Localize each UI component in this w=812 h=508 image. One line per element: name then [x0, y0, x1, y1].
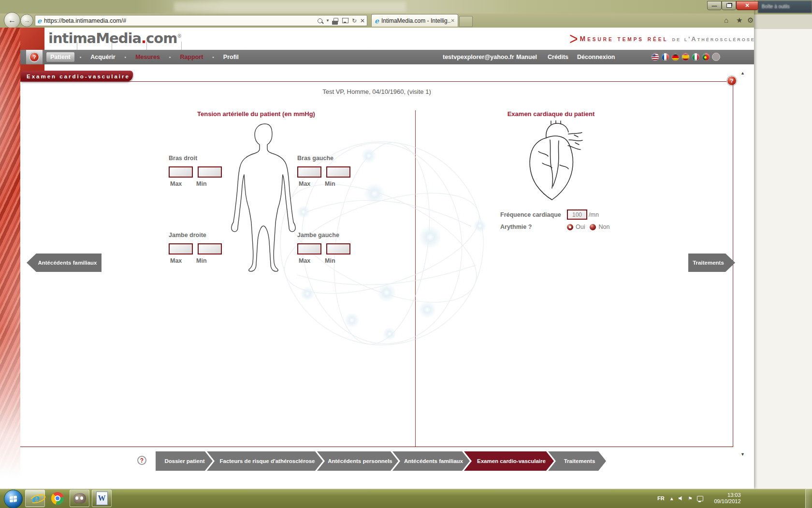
- bp-min-input[interactable]: [198, 243, 222, 254]
- flag-es-icon[interactable]: [682, 53, 690, 61]
- heart-rate-input[interactable]: [567, 209, 587, 220]
- bp-max-input[interactable]: [169, 243, 193, 254]
- taskbar-word-button[interactable]: W: [92, 490, 112, 507]
- breadcrumb-step-facteurs-de-risque[interactable]: Facteurs de risque d'athérosclérose: [207, 451, 323, 471]
- breadcrumb-step-antecedents-personnels[interactable]: Antécédents personnels: [317, 451, 398, 471]
- speaker-icon[interactable]: [679, 496, 684, 501]
- back-button[interactable]: ←: [4, 12, 20, 29]
- registered-mark: ®: [177, 33, 181, 39]
- nav-item-acquerir[interactable]: Acquérir: [87, 52, 119, 62]
- favorites-icon[interactable]: ★: [736, 16, 742, 25]
- nav-link-deconnexion[interactable]: Déconnexion: [577, 54, 615, 60]
- background-window-title: Boîte à outils: [758, 0, 812, 13]
- restore-button[interactable]: [722, 1, 736, 10]
- nav-link-manuel[interactable]: Manuel: [516, 54, 537, 60]
- body-silhouette: [227, 122, 300, 272]
- nav-item-rapport[interactable]: Rapport: [176, 52, 207, 62]
- page-help-button[interactable]: ?: [727, 76, 737, 86]
- browser-tab[interactable]: e IntimaMedia.com - Intellig... ✕: [371, 14, 458, 27]
- site-logo[interactable]: intimaMedia.com®: [48, 30, 181, 46]
- breadcrumb-step-examen-cardio-vasculaire[interactable]: Examen cardio-vasculaire: [464, 451, 554, 471]
- action-flag-icon[interactable]: ⚑: [688, 496, 693, 501]
- tab-title[interactable]: IntimaMedia.com - Intellig...: [381, 17, 451, 24]
- gimp-icon: [73, 493, 86, 504]
- bp-group-label: Jambe gauche: [297, 232, 350, 239]
- flag-fr-icon[interactable]: [661, 53, 669, 61]
- forward-button[interactable]: →: [20, 14, 33, 27]
- nav-link-credits[interactable]: Crédits: [548, 54, 568, 60]
- max-label: Max: [299, 180, 310, 187]
- system-tray: FR ▲ ⚑ 13:0309/10/2012: [657, 489, 805, 508]
- home-icon[interactable]: ⌂: [724, 16, 728, 24]
- flag-ghost-icon: [712, 53, 720, 61]
- nav-help-button[interactable]: ?: [26, 50, 43, 64]
- breadcrumb-step-traitements[interactable]: Traitements: [548, 451, 606, 471]
- bp-max-input[interactable]: [297, 243, 321, 254]
- hidden-icons-caret[interactable]: ▲: [669, 496, 674, 501]
- search-caret-icon[interactable]: ▼: [326, 18, 330, 23]
- bp-min-input[interactable]: [326, 166, 350, 178]
- min-label: Min: [325, 180, 335, 187]
- refresh-icon[interactable]: ↻: [352, 17, 357, 24]
- tagline-secondary: de l'Athérosclérose: [672, 35, 755, 43]
- tab-close-icon[interactable]: ✕: [451, 18, 455, 23]
- network-icon[interactable]: [697, 496, 703, 501]
- arrhythmia-radio-non[interactable]: [590, 224, 596, 230]
- address-bar[interactable]: e https://beta.intimamedia.com/# ▼ ↻ ✕: [35, 15, 367, 26]
- logo-text: intimaMedia: [48, 30, 141, 46]
- min-label: Min: [325, 257, 335, 264]
- compatibility-icon[interactable]: [342, 18, 348, 23]
- breadcrumb-step-antecedents-familiaux[interactable]: Antécédents familiaux: [392, 451, 470, 471]
- breadcrumb-help-button[interactable]: ?: [137, 456, 146, 465]
- new-tab-button[interactable]: [459, 16, 473, 27]
- help-icon[interactable]: ?: [29, 52, 39, 62]
- language-indicator[interactable]: FR: [657, 495, 665, 501]
- bp-max-input[interactable]: [297, 166, 321, 178]
- section-tab-examen-cardio-vasculaire: Examen cardio-vasculaire: [21, 71, 133, 82]
- nav-item-patient[interactable]: Patient: [46, 52, 74, 62]
- nav-tick: [112, 42, 112, 50]
- chrome-icon: [51, 492, 64, 505]
- bp-max-input[interactable]: [169, 166, 193, 178]
- close-button[interactable]: ✕: [736, 1, 758, 10]
- bp-min-input[interactable]: [198, 166, 222, 178]
- show-desktop-button[interactable]: [805, 489, 812, 508]
- site-tagline: > Mesure temps réel de l'Athérosclérose: [569, 30, 755, 47]
- browser-titlebar[interactable]: [0, 0, 754, 14]
- clock[interactable]: 13:0309/10/2012: [711, 492, 741, 505]
- start-button[interactable]: [4, 490, 23, 508]
- tagline-primary: Mesure temps réel: [580, 35, 668, 43]
- user-email[interactable]: testvpexplorer@yahoo.fr: [443, 54, 514, 60]
- scroll-down-icon[interactable]: ▼: [740, 452, 745, 457]
- taskbar-gimp-button[interactable]: [70, 490, 89, 507]
- tools-gear-icon[interactable]: ⚙: [747, 16, 754, 25]
- nav-items: Patient • Acquérir • Mesures • Rapport •…: [46, 50, 243, 64]
- screen: Boîte à outils — ✕ ← → e https://beta.in…: [0, 0, 812, 508]
- bp-group-jambe-droite: Jambe droite Max Min: [169, 232, 222, 239]
- search-icon[interactable]: [318, 18, 322, 23]
- nav-item-mesures[interactable]: Mesures: [131, 52, 164, 62]
- bp-group-bras-gauche: Bras gauche Max Min: [297, 155, 350, 162]
- url-text[interactable]: https://beta.intimamedia.com/#: [44, 17, 318, 24]
- nav-item-profil[interactable]: Profil: [219, 52, 243, 62]
- flag-pt-icon[interactable]: [702, 53, 710, 61]
- nav-tick: [146, 42, 147, 50]
- flag-de-icon[interactable]: [671, 53, 680, 61]
- site-favicon: e: [37, 17, 42, 25]
- max-label: Max: [170, 257, 182, 264]
- minimize-button[interactable]: —: [707, 1, 722, 10]
- arrhythmia-radio-oui[interactable]: [567, 224, 573, 230]
- patient-info: Test VP, Homme, 04/10/1960, (visite 1): [20, 88, 733, 95]
- scroll-up-icon[interactable]: ▲: [740, 71, 745, 75]
- next-step-button[interactable]: Traitements: [688, 254, 735, 272]
- bp-min-input[interactable]: [326, 243, 350, 254]
- flag-us-icon[interactable]: [651, 53, 659, 61]
- taskbar-ie-button[interactable]: e: [25, 490, 45, 507]
- flag-it-icon[interactable]: [692, 53, 700, 61]
- stop-icon[interactable]: ✕: [360, 17, 365, 24]
- taskbar-chrome-button[interactable]: [47, 490, 67, 507]
- tagline-chevron-icon: >: [569, 29, 578, 48]
- heart-illustration: [521, 120, 583, 203]
- previous-step-button[interactable]: Antécédents familiaux: [27, 254, 102, 272]
- breadcrumb-step-dossier-patient[interactable]: Dossier patient: [156, 451, 213, 471]
